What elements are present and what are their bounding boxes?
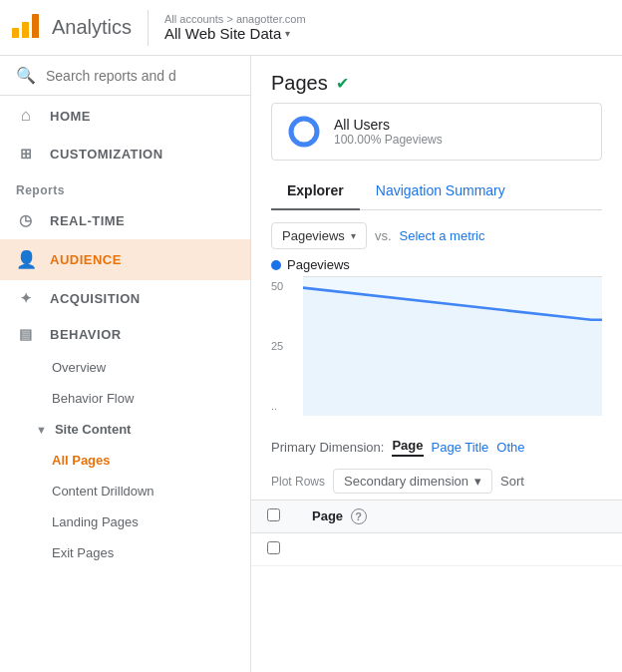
row-checkbox-cell (251, 533, 296, 566)
svg-point-1 (291, 119, 317, 145)
sidebar-subitem-exit-pages[interactable]: Exit Pages (0, 537, 250, 568)
search-row: 🔍 (0, 56, 250, 96)
secondary-dim-arrow: ▾ (474, 474, 481, 489)
tab-explorer[interactable]: Explorer (271, 172, 360, 210)
table-row (251, 533, 622, 566)
sidebar-item-behavior[interactable]: ▤ BEHAVIOR (0, 316, 250, 352)
search-icon: 🔍 (16, 66, 36, 85)
app-title: Analytics (52, 16, 132, 39)
help-icon[interactable]: ? (351, 508, 367, 524)
metric-dropdown-arrow: ▾ (351, 230, 356, 241)
primary-dimension-bar: Primary Dimension: Page Page Title Othe (251, 428, 622, 463)
sidebar-item-acquisition[interactable]: ✦ ACQUISITION (0, 280, 250, 316)
chart-legend: Pageviews (271, 257, 602, 272)
sidebar-subitem-overview[interactable]: Overview (0, 352, 250, 383)
tab-navigation-summary[interactable]: Navigation Summary (360, 172, 521, 210)
customization-icon: ⊞ (16, 146, 36, 162)
account-dropdown-arrow: ▾ (285, 28, 290, 39)
page-column-header: Page ? (296, 501, 622, 533)
audience-icon: 👤 (16, 249, 36, 270)
checkbox-header (251, 501, 296, 533)
sidebar: 🔍 ⌂ HOME ⊞ CUSTOMIZATION Reports ◷ REAL-… (0, 56, 251, 672)
row-checkbox[interactable] (267, 541, 280, 554)
sidebar-item-audience[interactable]: 👤 AUDIENCE (0, 239, 250, 280)
select-metric-link[interactable]: Select a metric (400, 228, 485, 243)
account-name[interactable]: All Web Site Data ▾ (164, 25, 306, 42)
main-content: Pages ✔ All Users 100.00% Pageviews Expl… (251, 56, 622, 672)
sidebar-subitem-content-drilldown[interactable]: Content Drilldown (0, 476, 250, 506)
header-divider (148, 10, 149, 46)
table-toolbar: Plot Rows Secondary dimension ▾ Sort (251, 463, 622, 501)
metric-dropdown[interactable]: Pageviews ▾ (271, 222, 367, 249)
segment-text: All Users 100.00% Pageviews (334, 117, 443, 147)
select-all-checkbox[interactable] (267, 508, 280, 521)
sidebar-item-customization[interactable]: ⊞ CUSTOMIZATION (0, 136, 250, 171)
dim-option-page[interactable]: Page (392, 438, 423, 457)
chart-area (303, 276, 602, 416)
sidebar-subitem-all-pages[interactable]: All Pages (0, 445, 250, 476)
realtime-icon: ◷ (16, 211, 36, 229)
legend-label: Pageviews (287, 257, 350, 272)
sidebar-expand-site-content[interactable]: ▼ Site Content (0, 414, 250, 445)
sidebar-item-home[interactable]: ⌂ HOME (0, 96, 250, 136)
table-header-row: Page ? (251, 501, 622, 533)
search-input[interactable] (46, 68, 234, 84)
account-info: All accounts > anagotter.com All Web Sit… (164, 13, 306, 42)
dim-option-other[interactable]: Othe (496, 440, 524, 455)
legend-dot (271, 260, 281, 270)
sidebar-subitem-behavior-flow[interactable]: Behavior Flow (0, 383, 250, 414)
app-header: Analytics All accounts > anagotter.com A… (0, 0, 622, 56)
row-page-cell (296, 533, 622, 566)
dim-option-page-title[interactable]: Page Title (432, 440, 489, 455)
sort-label[interactable]: Sort (500, 474, 524, 489)
sidebar-item-realtime[interactable]: ◷ REAL-TIME (0, 201, 250, 239)
expand-arrow-icon: ▼ (36, 424, 47, 436)
y-label-25: 25 (271, 340, 283, 352)
chart-container: 50 25 .. (271, 276, 602, 416)
behavior-icon: ▤ (16, 326, 36, 342)
secondary-dimension-select[interactable]: Secondary dimension ▾ (333, 469, 492, 494)
primary-dim-label: Primary Dimension: (271, 440, 384, 455)
verified-icon: ✔ (336, 74, 349, 93)
segment-donut (286, 114, 322, 150)
home-icon: ⌂ (16, 106, 36, 126)
reports-section-label: Reports (0, 171, 250, 201)
metric-row: Pageviews ▾ vs. Select a metric (271, 222, 602, 249)
vs-text: vs. (375, 228, 392, 243)
logo-icon (12, 12, 44, 44)
account-path: All accounts > anagotter.com (164, 13, 306, 25)
segment-sub: 100.00% Pageviews (334, 133, 443, 147)
main-header: Pages ✔ (251, 56, 622, 103)
plot-rows-button[interactable]: Plot Rows (271, 475, 325, 489)
y-axis-labels: 50 25 .. (271, 276, 283, 416)
y-label-50: 50 (271, 280, 283, 292)
sidebar-subitem-landing-pages[interactable]: Landing Pages (0, 506, 250, 537)
segment-bar: All Users 100.00% Pageviews (271, 103, 602, 161)
chart-section: Pageviews ▾ vs. Select a metric Pageview… (251, 210, 622, 428)
report-tabs: Explorer Navigation Summary (271, 172, 602, 210)
page-title: Pages (271, 72, 328, 95)
segment-name: All Users (334, 117, 443, 133)
acquisition-icon: ✦ (16, 290, 36, 306)
y-label-0: .. (271, 400, 283, 412)
data-table: Page ? (251, 501, 622, 566)
main-layout: 🔍 ⌂ HOME ⊞ CUSTOMIZATION Reports ◷ REAL-… (0, 56, 622, 672)
